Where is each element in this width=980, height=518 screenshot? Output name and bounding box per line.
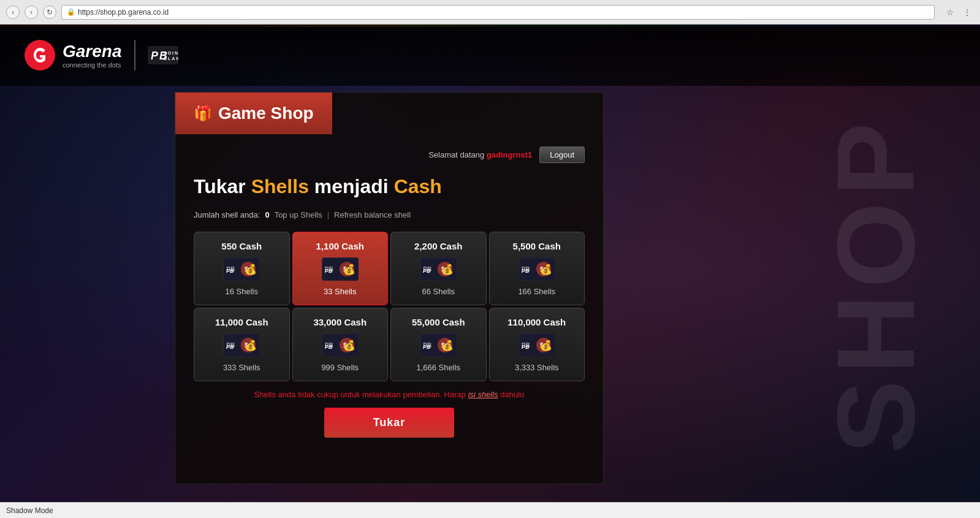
svg-text:$: $ [540, 342, 544, 349]
shop-icon: 🎁 [194, 105, 212, 122]
svg-text:PB: PB [423, 344, 431, 350]
svg-text:PB: PB [325, 268, 333, 274]
hero-heading: Tukar Shells menjadi Cash [194, 175, 585, 198]
cash-amount: 1,100 Cash [299, 241, 382, 251]
cash-grid-row1: 550 Cash PB $ 16 Shells 1,100 Cash [194, 232, 585, 305]
svg-text:PB: PB [226, 344, 234, 350]
tab-title: Game Shop [218, 104, 314, 123]
cash-card-2200[interactable]: 2,200 Cash PB $ 66 Shells [390, 232, 487, 305]
refresh-balance-link[interactable]: Refresh balance shell [334, 210, 411, 219]
hero-prefix: Tukar [194, 175, 251, 197]
cash-card-11000[interactable]: 11,000 Cash PB $ 333 Shells [194, 308, 290, 381]
address-bar[interactable]: 🔒 https://shop.pb.garena.co.id [61, 5, 935, 20]
garena-icon [25, 40, 55, 70]
balance-row: Jumlah shell anda: 0 Top up Shells | Ref… [194, 210, 585, 219]
cash-card-550[interactable]: 550 Cash PB $ 16 Shells [194, 232, 290, 305]
username: gadingrnst1 [487, 150, 532, 159]
svg-text:PB: PB [522, 344, 530, 350]
cash-grid-row2: 11,000 Cash PB $ 333 Shells 33,000 Cash [194, 308, 585, 381]
svg-text:$: $ [540, 266, 544, 273]
topup-shells-link[interactable]: Top up Shells [275, 210, 322, 219]
bookmark-button[interactable]: ☆ [943, 6, 957, 19]
shells-amount: 3,333 Shells [496, 363, 579, 372]
error-text-after: dahulu [498, 390, 525, 399]
menu-button[interactable]: ⋮ [960, 6, 974, 19]
cash-card-110000[interactable]: 110,000 Cash PB $ 3,333 Shells [489, 308, 585, 381]
pb-cash-icon: PB $ [223, 257, 260, 281]
shells-amount: 333 Shells [200, 363, 283, 372]
shadow-mode-bar: Shadow Mode [0, 502, 980, 518]
balance-value: 0 [265, 210, 269, 219]
cash-amount: 33,000 Cash [299, 317, 382, 327]
balance-label: Jumlah shell anda: [194, 210, 260, 219]
isi-shells-link[interactable]: isi shells [468, 390, 498, 399]
content-area: Selamat datang gadingrnst1 Logout Tukar … [175, 134, 603, 450]
svg-point-7 [241, 262, 256, 276]
back-button[interactable]: ‹ [6, 6, 20, 19]
shop-bg-text: SHOP [821, 116, 931, 454]
shells-amount: 33 Shells [299, 287, 382, 296]
url-text: https://shop.pb.garena.co.id [78, 8, 169, 17]
hero-shells: Shells [251, 175, 309, 197]
tab-game-shop[interactable]: 🎁 Game Shop [175, 93, 332, 134]
pb-logo: PB POINT BLANK [148, 46, 178, 64]
error-message: Shells anda tidak cukup untuk melakukan … [194, 390, 585, 399]
site-header: Garena connecting the dots PB POINT BLAN… [0, 25, 980, 86]
svg-point-19 [536, 262, 551, 276]
svg-point-35 [536, 338, 551, 352]
pb-cash-icon: PB $ [420, 257, 457, 281]
svg-text:PB: PB [522, 268, 530, 274]
hero-cash: Cash [394, 175, 442, 197]
svg-point-15 [438, 262, 452, 276]
welcome-text: Selamat datang gadingrnst1 [428, 150, 532, 159]
cash-amount: 110,000 Cash [496, 317, 579, 327]
svg-text:$: $ [343, 266, 347, 273]
svg-text:PB: PB [423, 268, 431, 274]
cash-card-55000[interactable]: 55,000 Cash PB $ 1,666 Shells [390, 308, 487, 381]
shells-amount: 166 Shells [496, 287, 579, 296]
welcome-bar: Selamat datang gadingrnst1 Logout [194, 147, 585, 163]
pb-cash-icon: PB $ [518, 257, 555, 281]
cash-amount: 5,500 Cash [496, 241, 579, 251]
svg-text:$: $ [343, 342, 347, 349]
garena-name: Garena [63, 42, 122, 61]
cash-card-5500[interactable]: 5,500 Cash PB $ 166 Shells [489, 232, 585, 305]
svg-point-11 [340, 262, 354, 276]
cash-amount: 550 Cash [200, 241, 283, 251]
shells-amount: 66 Shells [397, 287, 480, 296]
svg-text:POINT: POINT [164, 51, 178, 55]
balance-separator: | [327, 210, 329, 219]
cash-card-33000[interactable]: 33,000 Cash PB $ 999 Shells [292, 308, 389, 381]
pb-cash-icon: PB $ [322, 333, 359, 357]
tab-header: 🎁 Game Shop [175, 93, 603, 134]
svg-text:BLANK: BLANK [164, 56, 178, 61]
lock-icon: 🔒 [67, 8, 75, 16]
logout-button[interactable]: Logout [539, 147, 585, 163]
svg-text:$: $ [245, 266, 248, 273]
svg-point-27 [340, 338, 354, 352]
main-panel: 🎁 Game Shop Selamat datang gadingrnst1 L… [175, 92, 604, 484]
svg-text:$: $ [245, 342, 248, 349]
tukar-button[interactable]: Tukar [324, 408, 455, 438]
cash-card-1100[interactable]: 1,100 Cash PB $ 33 Shells [292, 232, 389, 305]
hero-middle: menjadi [309, 175, 394, 197]
garena-text-block: Garena connecting the dots [63, 42, 122, 69]
shells-amount: 1,666 Shells [397, 363, 480, 372]
main-area: SHOP Garena connecting the dots PB POINT… [0, 25, 980, 518]
forward-button[interactable]: › [25, 6, 38, 19]
cash-amount: 11,000 Cash [200, 317, 283, 327]
svg-point-23 [241, 338, 256, 352]
svg-text:PB: PB [325, 344, 333, 350]
refresh-button[interactable]: ↻ [43, 6, 56, 19]
pb-cash-icon: PB $ [322, 257, 359, 281]
cash-amount: 2,200 Cash [397, 241, 480, 251]
error-text-before: Shells anda tidak cukup untuk melakukan … [254, 390, 468, 399]
header-divider [134, 40, 135, 70]
svg-text:$: $ [441, 266, 445, 273]
cash-amount: 55,000 Cash [397, 317, 480, 327]
pb-cash-icon: PB $ [223, 333, 260, 357]
svg-text:$: $ [441, 342, 445, 349]
shadow-mode-label: Shadow Mode [6, 506, 53, 515]
shells-amount: 999 Shells [299, 363, 382, 372]
garena-tagline: connecting the dots [63, 61, 122, 69]
